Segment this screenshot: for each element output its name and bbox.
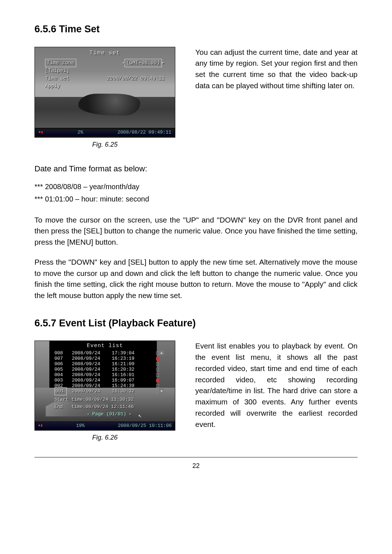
section-heading-657: 6.5.7 Event List (Playback Feature) — [34, 316, 358, 331]
timeset-menu: Time zone ◂(GMT+08:00)▸ [Taipei] Time se… — [44, 59, 166, 90]
event-marker-icon — [156, 351, 159, 355]
event-marker-icon — [156, 379, 159, 382]
page-prev-icon[interactable]: ◂ — [87, 411, 90, 417]
scroll-down-icon[interactable]: ▼ — [159, 389, 164, 394]
start-value: time:08/09/24 11:30:32 — [72, 397, 134, 402]
status-bar: ●▮ 2% 2008/08/22 09:49:11 — [36, 129, 173, 136]
scrollbar[interactable]: ▲ ▼ — [159, 350, 164, 394]
record-icon: ●▮ — [38, 129, 43, 135]
event-marker-icon — [156, 357, 159, 360]
status-bar-626: ●▮ 19% 2008/09/25 10:11:06 — [36, 422, 174, 429]
bg-rock — [78, 94, 140, 115]
para-656-intro: You can adjust the current time, date an… — [195, 47, 358, 91]
timeset-title: Time set — [35, 49, 175, 57]
end-label: End — [54, 404, 63, 410]
event-marker-icon — [156, 373, 159, 377]
event-date: 2008/09/24 — [72, 388, 107, 395]
menu-item-timeset[interactable]: Time set — [45, 75, 69, 82]
eventlist-title: Event list — [35, 342, 175, 350]
event-marker-icon — [156, 368, 159, 371]
end-value: time:08/09/24 12:11:46 — [72, 404, 134, 410]
para-656-3: Press the "DOWN" key and [SEL] button to… — [34, 257, 358, 301]
event-info: Start time:08/09/24 11:30:32 End time:08… — [54, 396, 164, 418]
event-marker-icon — [156, 390, 159, 393]
menu-item-city: [Taipei] — [45, 67, 69, 75]
status-percent-626: 19% — [43, 422, 118, 429]
figure-625-caption: Fig. 6.25 — [92, 140, 118, 150]
figure-625-screen: Time set Time zone ◂(GMT+08:00)▸ [Taipei… — [34, 47, 175, 138]
event-marker-icon — [156, 362, 159, 366]
page-number: 22 — [34, 457, 358, 471]
event-list: 0082008/09/2417:39:040072008/09/2416:23:… — [54, 350, 159, 394]
status-percent: 2% — [43, 129, 118, 136]
record-icon: ●▮ — [38, 423, 43, 429]
event-id: 001 — [54, 387, 67, 395]
status-time-626: 2008/09/25 10:11:06 — [118, 422, 172, 429]
format-line-date: *** 2008/08/08 – year/month/day — [34, 181, 358, 192]
event-row[interactable]: 0012008/09/2411:30:32 — [54, 388, 159, 394]
menu-item-timezone[interactable]: Time zone — [45, 59, 76, 67]
format-line-time: *** 01:01:00 – hour: minute: second — [34, 194, 358, 204]
timezone-value[interactable]: (GMT+08:00) — [124, 59, 162, 67]
figure-626-caption: Fig. 6.26 — [92, 433, 118, 443]
scroll-up-icon[interactable]: ▲ — [159, 350, 164, 355]
timeset-value[interactable]: 2008/08/22 09:49:11 — [107, 75, 165, 82]
subhead-date-format: Date and Time format as below: — [34, 163, 358, 175]
figure-626-screen: Event list 0082008/09/2417:39:040072008/… — [34, 341, 175, 431]
start-label: Start — [54, 397, 69, 402]
mouse-cursor-icon: ↖ — [138, 412, 142, 420]
event-time: 11:30:32 — [112, 388, 151, 395]
page-next-icon[interactable]: ▸ — [129, 411, 132, 417]
para-656-2: To move the cursor on the screen, use th… — [34, 215, 358, 248]
arrow-left-icon[interactable]: ◂ — [122, 60, 124, 66]
arrow-right-icon[interactable]: ▸ — [162, 60, 165, 66]
section-heading-656: 6.5.6 Time Set — [34, 22, 358, 37]
para-657-intro: Event list enables you to playback by ev… — [195, 341, 358, 430]
event-marker-icon — [156, 384, 159, 388]
menu-item-apply[interactable]: Apply — [45, 82, 60, 90]
page-indicator: Page (01/01) — [92, 411, 126, 417]
status-time: 2008/08/22 09:49:11 — [118, 129, 171, 136]
